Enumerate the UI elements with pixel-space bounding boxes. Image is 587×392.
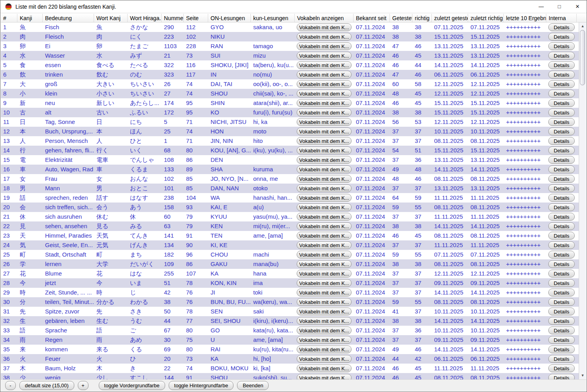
column-header-wort_hiragana[interactable]: Wort Hiraga...: [128, 14, 162, 22]
vokabeln-button[interactable]: Vokabeln mit dem K...: [297, 213, 352, 221]
details-button[interactable]: Details: [548, 42, 575, 50]
vokabeln-button[interactable]: Vokabeln mit dem K...: [297, 23, 352, 31]
column-header-kun_lesungen[interactable]: kun-Lesungen: [251, 14, 295, 22]
details-button[interactable]: Details: [548, 270, 575, 278]
vokabeln-button[interactable]: Vokabeln mit dem K...: [297, 184, 352, 192]
minimize-button[interactable]: —: [532, 0, 550, 13]
vokabeln-button[interactable]: Vokabeln mit dem K...: [297, 90, 352, 98]
details-button[interactable]: Details: [548, 137, 575, 145]
details-button[interactable]: Details: [548, 71, 575, 79]
details-button[interactable]: Details: [548, 118, 575, 126]
column-header-richtig[interactable]: richtig: [412, 14, 432, 22]
vokabeln-button[interactable]: Vokabeln mit dem K...: [297, 374, 352, 379]
scroll-down-icon[interactable]: ▼: [579, 372, 586, 379]
details-button[interactable]: Details: [548, 52, 575, 60]
vokabeln-button[interactable]: Vokabeln mit dem K...: [297, 194, 352, 202]
vokabeln-button[interactable]: Vokabeln mit dem K...: [297, 33, 352, 41]
vokabeln-button[interactable]: Vokabeln mit dem K...: [297, 270, 352, 278]
vokabeln-button[interactable]: Vokabeln mit dem K...: [297, 289, 352, 296]
details-button[interactable]: Details: [548, 279, 575, 287]
column-header-kanji[interactable]: Kanji: [17, 14, 43, 22]
column-header-on_lesungen[interactable]: ON-Lesungen: [208, 14, 251, 22]
column-header-vokabeln[interactable]: Vokabeln anzeigen: [295, 14, 354, 22]
column-header-zuletzt_richtig[interactable]: zuletzt richtig: [468, 14, 504, 22]
vokabeln-button[interactable]: Vokabeln mit dem K...: [297, 355, 352, 363]
vokabeln-button[interactable]: Vokabeln mit dem K...: [297, 156, 352, 164]
vokabeln-button[interactable]: Vokabeln mit dem K...: [297, 80, 352, 88]
vokabeln-button[interactable]: Vokabeln mit dem K...: [297, 175, 352, 183]
details-button[interactable]: Details: [548, 260, 575, 268]
vokabeln-button[interactable]: Vokabeln mit dem K...: [297, 222, 352, 230]
details-button[interactable]: Details: [548, 355, 575, 363]
details-button[interactable]: Details: [548, 374, 575, 379]
vokabeln-button[interactable]: Vokabeln mit dem K...: [297, 326, 352, 334]
column-header-zuletzt_getestet[interactable]: zuletzt getestet: [432, 14, 468, 22]
quit-button[interactable]: Beenden: [237, 381, 269, 390]
vokabeln-button[interactable]: Vokabeln mit dem K...: [297, 118, 352, 126]
details-button[interactable]: Details: [548, 317, 575, 325]
increase-size-button[interactable]: +: [78, 381, 88, 390]
column-header-bekannt_seit[interactable]: Bekannt seit: [354, 14, 390, 22]
details-button[interactable]: Details: [548, 175, 575, 183]
vokabeln-button[interactable]: Vokabeln mit dem K...: [297, 146, 352, 154]
default-size-button[interactable]: default size (15,00): [19, 381, 74, 390]
details-button[interactable]: Details: [548, 336, 575, 344]
details-button[interactable]: Details: [548, 61, 575, 69]
details-button[interactable]: Details: [548, 33, 575, 41]
vokabeln-button[interactable]: Vokabeln mit dem K...: [297, 128, 352, 135]
column-header-num[interactable]: #: [1, 14, 17, 22]
details-button[interactable]: Details: [548, 241, 575, 249]
details-button[interactable]: Details: [548, 99, 575, 107]
vokabeln-button[interactable]: Vokabeln mit dem K...: [297, 232, 352, 240]
vokabeln-button[interactable]: Vokabeln mit dem K...: [297, 52, 352, 60]
vokabeln-button[interactable]: Vokabeln mit dem K...: [297, 251, 352, 259]
column-header-nummer[interactable]: Nummer: [162, 14, 184, 22]
vokabeln-button[interactable]: Vokabeln mit dem K...: [297, 137, 352, 145]
vokabeln-button[interactable]: Vokabeln mit dem K...: [297, 71, 352, 79]
vokabeln-button[interactable]: Vokabeln mit dem K...: [297, 99, 352, 107]
details-button[interactable]: Details: [548, 109, 575, 116]
vokabeln-button[interactable]: Vokabeln mit dem K...: [297, 260, 352, 268]
vertical-scrollbar[interactable]: ▲ ▼: [579, 23, 586, 379]
vokabeln-button[interactable]: Vokabeln mit dem K...: [297, 308, 352, 315]
details-button[interactable]: Details: [548, 146, 575, 154]
vokabeln-button[interactable]: Vokabeln mit dem K...: [297, 279, 352, 287]
vokabeln-button[interactable]: Vokabeln mit dem K...: [297, 298, 352, 306]
column-header-seite[interactable]: Seite: [184, 14, 208, 22]
vokabeln-button[interactable]: Vokabeln mit dem K...: [297, 61, 352, 69]
vokabeln-button[interactable]: Vokabeln mit dem K...: [297, 165, 352, 173]
column-header-bedeutung[interactable]: Bedeutung: [43, 14, 94, 22]
column-header-letzte_10[interactable]: letzte 10 Ergebn...: [504, 14, 546, 22]
vokabeln-button[interactable]: Vokabeln mit dem K...: [297, 42, 352, 50]
details-button[interactable]: Details: [548, 232, 575, 240]
decrease-size-button[interactable]: -: [5, 381, 16, 390]
toggle-foreground-button[interactable]: toggle Vordergrundfarbe: [99, 381, 165, 390]
vokabeln-button[interactable]: Vokabeln mit dem K...: [297, 336, 352, 344]
maximize-button[interactable]: □: [550, 0, 568, 13]
close-button[interactable]: ✕: [568, 0, 587, 13]
vokabeln-button[interactable]: Vokabeln mit dem K...: [297, 345, 352, 353]
details-button[interactable]: Details: [548, 128, 575, 135]
vokabeln-button[interactable]: Vokabeln mit dem K...: [297, 203, 352, 211]
details-button[interactable]: Details: [548, 184, 575, 192]
vokabeln-button[interactable]: Vokabeln mit dem K...: [297, 241, 352, 249]
vokabeln-button[interactable]: Vokabeln mit dem K...: [297, 109, 352, 116]
details-button[interactable]: Details: [548, 251, 575, 259]
details-button[interactable]: Details: [548, 90, 575, 98]
details-button[interactable]: Details: [548, 80, 575, 88]
details-button[interactable]: Details: [548, 222, 575, 230]
details-button[interactable]: Details: [548, 165, 575, 173]
details-button[interactable]: Details: [548, 298, 575, 306]
toggle-background-button[interactable]: toggle Hintergrundfarbe: [169, 381, 234, 390]
vokabeln-button[interactable]: Vokabeln mit dem K...: [297, 317, 352, 325]
details-button[interactable]: Details: [548, 308, 575, 315]
details-button[interactable]: Details: [548, 194, 575, 202]
details-button[interactable]: Details: [548, 156, 575, 164]
details-button[interactable]: Details: [548, 364, 575, 372]
column-header-getestet[interactable]: Getestet: [390, 14, 412, 22]
scrollbar-thumb[interactable]: [580, 30, 585, 85]
details-button[interactable]: Details: [548, 213, 575, 221]
vokabeln-button[interactable]: Vokabeln mit dem K...: [297, 364, 352, 372]
details-button[interactable]: Details: [548, 203, 575, 211]
details-button[interactable]: Details: [548, 23, 575, 31]
